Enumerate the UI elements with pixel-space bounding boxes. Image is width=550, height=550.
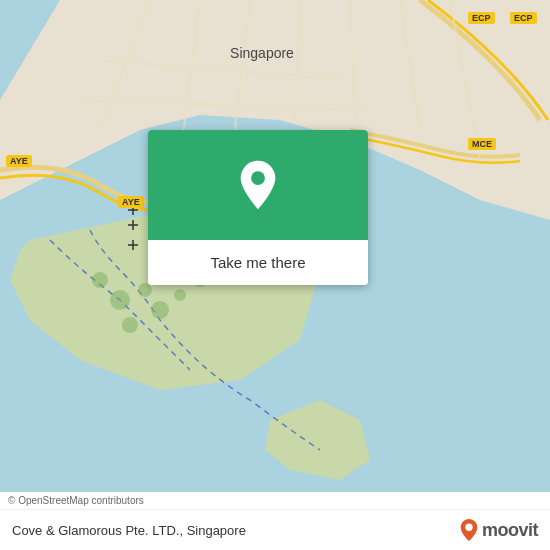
road-badge-ecp2: ECP (510, 12, 537, 24)
popup-icon-area (148, 130, 368, 240)
location-city-text: Singapore (187, 523, 246, 538)
svg-point-16 (151, 301, 169, 319)
moovit-brand-text: moovit (482, 520, 538, 541)
map-container: Singapore AYE AYE ECP ECP MCE Take me th… (0, 0, 550, 550)
road-badge-mce: MCE (468, 138, 496, 150)
take-me-there-button[interactable]: Take me there (148, 240, 368, 285)
road-badge-ecp1: ECP (468, 12, 495, 24)
bottom-bar: © OpenStreetMap contributors Cove & Glam… (0, 492, 550, 550)
svg-point-15 (138, 283, 152, 297)
road-badge-aye2: AYE (118, 196, 144, 208)
svg-point-18 (174, 289, 186, 301)
road-badge-aye1: AYE (6, 155, 32, 167)
location-name: Cove & Glamorous Pte. LTD., Singapore (12, 523, 246, 538)
popup-card: Take me there (148, 130, 368, 285)
moovit-logo: moovit (459, 518, 538, 542)
svg-point-17 (122, 317, 138, 333)
svg-point-13 (92, 272, 108, 288)
svg-point-14 (110, 290, 130, 310)
location-name-text: Cove & Glamorous Pte. LTD., (12, 523, 183, 538)
svg-point-28 (465, 524, 472, 531)
svg-text:Singapore: Singapore (230, 45, 294, 61)
location-pin-icon (232, 159, 284, 211)
svg-point-27 (251, 171, 265, 185)
location-info: Cove & Glamorous Pte. LTD., Singapore mo… (0, 510, 550, 550)
moovit-pin-icon (459, 518, 479, 542)
attribution: © OpenStreetMap contributors (0, 492, 550, 510)
